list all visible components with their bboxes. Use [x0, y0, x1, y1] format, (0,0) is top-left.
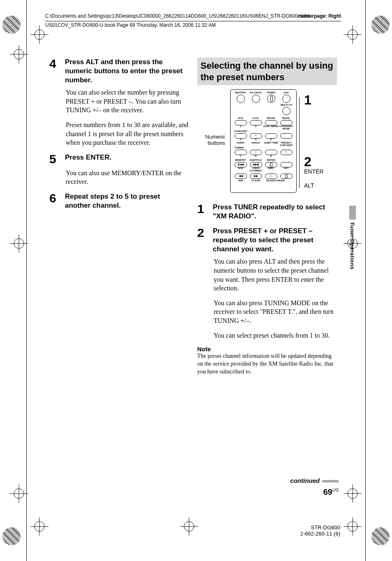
remote-button	[282, 95, 291, 103]
remote-label: ENTER	[263, 159, 279, 161]
remote-label: MD/TAPE	[233, 91, 248, 94]
step-title: Repeat steps 2 to 5 to preset another ch…	[65, 192, 184, 210]
step-title: Press ENTER.	[65, 153, 184, 162]
footer-model: STR-DG600	[300, 524, 340, 531]
continued-label: continued	[290, 477, 339, 484]
side-tab-label: Tuner Operations	[349, 222, 355, 269]
footer-number: 2-662-260-11 (6)	[300, 531, 340, 537]
remote-label: 0/10	[233, 167, 248, 172]
remote-label: A.F.D.	[248, 117, 263, 119]
remote-button: ▶▶	[250, 174, 262, 179]
registration-mark	[10, 484, 28, 503]
registration-mark	[30, 517, 48, 536]
remote-label: DUAL MONO	[263, 125, 279, 130]
registration-mark	[180, 517, 198, 536]
remote-label: MOVIE	[263, 117, 279, 119]
remote-label: ALT	[279, 167, 294, 172]
registration-hatched	[2, 527, 21, 545]
step-paragraph: You can select preset channels from 1 to…	[214, 331, 337, 340]
remote-sublabel: 7	[233, 155, 248, 157]
remote-label: CATEGORY MODE	[279, 125, 294, 130]
frame-header: C:\Documents and Settings\pc13\Desktop\J…	[45, 13, 341, 28]
remote-label: SUBTITLE	[248, 159, 263, 161]
remote-label: MUSIC	[279, 117, 294, 119]
remote-sublabel	[279, 155, 294, 157]
remote-diagram: Numeric buttons 1 2 ENTER ALT MD/TAPE SA…	[197, 89, 337, 196]
remote-label: CATEGORY	[234, 130, 247, 132]
remote-button	[267, 95, 275, 103]
remote-label: JUMP/ TIME	[263, 141, 279, 146]
remote-label: MEMORY	[233, 159, 248, 161]
remote-button	[252, 95, 260, 103]
registration-hatched	[2, 16, 21, 34]
step-paragraph: Preset numbers from 1 to 30 are availabl…	[66, 121, 189, 147]
section-heading: Selecting the channel by using the prese…	[197, 58, 337, 85]
callout-1: 1	[304, 93, 311, 108]
right-step-1: 1 Press TUNER repeatedly to select "XM R…	[197, 203, 337, 221]
remote-sublabel	[279, 138, 294, 141]
remote-label: AUDIO	[233, 141, 248, 146]
registration-mark	[344, 517, 362, 536]
masterpage-label: masterpage: Right	[298, 13, 341, 19]
footer-serial: STR-DG600 2-662-260-11 (6)	[300, 524, 340, 537]
crop-line	[26, 0, 27, 561]
remote-label: TUNER	[263, 91, 279, 94]
step-paragraph: You can also use MEMORY/ENTER on the rec…	[66, 169, 189, 186]
remote-button	[282, 107, 291, 115]
registration-mark	[344, 484, 362, 503]
remote-label: >10/11 D.TUNING	[248, 167, 263, 172]
remote-outline: MD/TAPE SA-CD/CD TUNER AUX MULTI CH	[230, 89, 297, 193]
remote-sublabel: 9	[263, 155, 279, 157]
page: C:\Documents and Settings\pc13\Desktop\J…	[0, 0, 392, 561]
remote-sublabel: 5	[248, 138, 263, 141]
book-info-line: US01COV_STR-DG600-U.book Page 69 Thursda…	[45, 21, 341, 28]
remote-label: DISC	[263, 167, 279, 172]
step-number: 2	[197, 227, 211, 239]
callout-numeric-buttons: Numeric buttons	[196, 134, 225, 146]
registration-mark	[10, 234, 28, 253]
step-title: Press TUNER repeatedly to select "XM RAD…	[213, 203, 332, 221]
registration-mark	[344, 26, 362, 44]
right-column: Selecting the channel by using the prese…	[197, 58, 337, 376]
step-paragraph: You can also press ALT and then press th…	[214, 257, 337, 292]
side-tab-marker	[349, 206, 356, 220]
registration-hatched	[371, 16, 390, 34]
remote-button	[280, 174, 293, 179]
remote-button	[237, 95, 245, 103]
remote-button: ◀◀	[235, 174, 247, 179]
remote-label: 2CH	[233, 117, 248, 119]
callout-alt: ALT	[304, 182, 314, 189]
remote-sublabel: 1	[233, 125, 248, 130]
step-number: 4	[49, 58, 63, 70]
remote-label: ANT	[233, 179, 248, 182]
side-tab: Tuner Operations	[349, 206, 357, 276]
remote-label: SEARCH MODE	[263, 179, 288, 182]
step-4: 4 Press ALT and then press the numeric b…	[49, 58, 189, 147]
remote-label: MULTI CH	[281, 104, 292, 106]
page-number-value: 69	[323, 487, 332, 496]
remote-sublabel: 8	[248, 155, 263, 157]
remote-button: -/--	[265, 174, 277, 179]
step-paragraph: You can also select the number by pressi…	[66, 88, 189, 115]
registration-mark	[10, 45, 28, 63]
remote-label: CLEAR	[248, 179, 263, 182]
content-area: 4 Press ALT and then press the numeric b…	[49, 58, 337, 376]
page-number: 69US	[323, 487, 339, 497]
step-number: 1	[197, 203, 211, 215]
step-6: 6 Repeat steps 2 to 5 to preset another …	[49, 192, 189, 210]
note-paragraph: The preset channel information will be u…	[197, 352, 337, 376]
remote-label: AUX	[279, 91, 294, 94]
remote-sublabel: 6	[263, 138, 279, 141]
step-title: Press ALT and then press the numeric but…	[65, 58, 184, 85]
step-title: Press PRESET + or PRESET – repeatedly to…	[213, 227, 332, 254]
step-paragraph: You can also press TUNING MODE on the re…	[214, 299, 337, 325]
remote-label	[279, 159, 294, 161]
registration-hatched	[371, 527, 390, 545]
page-number-suffix: US	[332, 487, 339, 492]
step-5: 5 Press ENTER. You can also use MEMORY/E…	[49, 153, 189, 186]
callout-enter: ENTER	[304, 168, 323, 175]
remote-sublabel: 2	[248, 125, 263, 130]
step-number: 5	[49, 153, 63, 165]
left-column: 4 Press ALT and then press the numeric b…	[49, 58, 189, 216]
right-step-2: 2 Press PRESET + or PRESET – repeatedly …	[197, 227, 337, 340]
